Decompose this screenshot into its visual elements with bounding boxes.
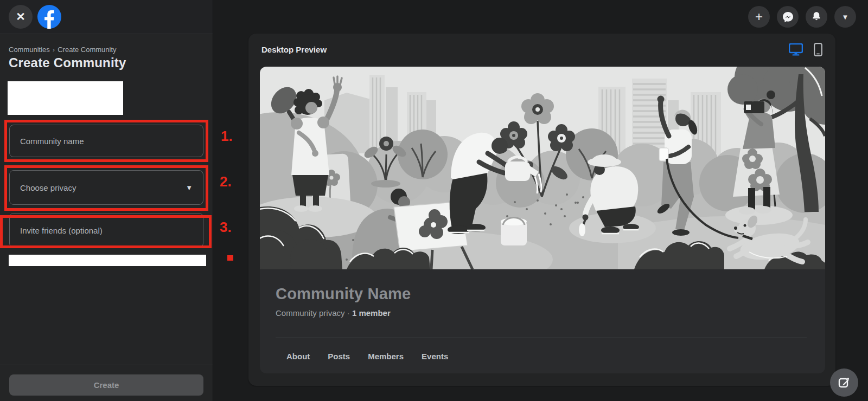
messenger-icon bbox=[782, 11, 794, 23]
sidebar-footer-divider bbox=[0, 365, 213, 365]
notifications-button[interactable] bbox=[806, 6, 827, 28]
privacy-placeholder: Choose privacy bbox=[20, 183, 76, 192]
preview-title: Desktop Preview bbox=[261, 45, 327, 54]
create-menu-button[interactable]: + bbox=[748, 6, 770, 28]
preview-member-count: 1 member bbox=[352, 308, 391, 318]
close-icon: ✕ bbox=[16, 10, 25, 23]
community-name-input[interactable]: Community name bbox=[9, 125, 203, 157]
preview-card-header: Desktop Preview bbox=[248, 34, 835, 66]
breadcrumb-separator: › bbox=[53, 46, 55, 54]
mobile-icon bbox=[814, 43, 822, 56]
annotation-step-2: 2. bbox=[220, 173, 232, 190]
facebook-logo-icon bbox=[37, 5, 61, 29]
compose-icon bbox=[838, 376, 851, 389]
bell-icon bbox=[810, 11, 822, 23]
caret-down-icon: ▼ bbox=[842, 13, 849, 21]
tab-events[interactable]: Events bbox=[422, 352, 448, 361]
preview-privacy-label: Community privacy bbox=[276, 308, 345, 318]
facebook-logo[interactable] bbox=[37, 5, 61, 29]
desktop-toggle[interactable] bbox=[789, 43, 803, 56]
breadcrumb-link-communities[interactable]: Communities bbox=[9, 46, 50, 54]
compose-button[interactable] bbox=[830, 368, 858, 397]
page-title: Create Community bbox=[9, 55, 126, 70]
breadcrumb: Communities›Create Community bbox=[9, 46, 117, 54]
messenger-button[interactable] bbox=[777, 6, 799, 28]
mobile-toggle[interactable] bbox=[814, 43, 822, 56]
plus-icon: + bbox=[755, 9, 763, 24]
annotation-step-3: 3. bbox=[220, 219, 232, 236]
chevron-down-icon: ▼ bbox=[186, 184, 193, 192]
desktop-preview-card: Desktop Preview bbox=[248, 34, 835, 386]
privacy-select[interactable]: Choose privacy ▼ bbox=[9, 170, 203, 205]
tab-members[interactable]: Members bbox=[368, 352, 404, 361]
invite-friends-input[interactable]: Invite friends (optional) bbox=[9, 213, 203, 248]
redacted-profile-block bbox=[8, 81, 123, 115]
meta-separator: · bbox=[347, 308, 350, 318]
community-preview-panel: Community Name Community privacy · 1 mem… bbox=[260, 67, 825, 373]
redacted-bar bbox=[9, 255, 206, 266]
close-button[interactable]: ✕ bbox=[9, 5, 33, 29]
desktop-icon bbox=[789, 43, 803, 56]
device-toggles bbox=[789, 43, 822, 56]
tab-posts[interactable]: Posts bbox=[328, 352, 350, 361]
breadcrumb-current: Create Community bbox=[58, 46, 116, 54]
preview-community-name: Community Name bbox=[276, 285, 807, 303]
community-name-placeholder: Community name bbox=[20, 137, 84, 146]
tab-about[interactable]: About bbox=[286, 352, 310, 361]
community-cover-illustration bbox=[260, 67, 825, 269]
create-community-sidebar: ✕ Communities›Create Community Create Co… bbox=[0, 0, 213, 401]
create-button[interactable]: Create bbox=[9, 374, 203, 396]
preview-divider bbox=[276, 338, 807, 338]
annotation-step-1: 1. bbox=[221, 128, 233, 145]
preview-info: Community Name Community privacy · 1 mem… bbox=[260, 269, 825, 361]
account-menu-button[interactable]: ▼ bbox=[834, 6, 856, 28]
invite-friends-placeholder: Invite friends (optional) bbox=[20, 226, 103, 235]
annotation-dot bbox=[227, 255, 233, 261]
sidebar-header: ✕ bbox=[0, 0, 213, 34]
preview-meta: Community privacy · 1 member bbox=[276, 308, 807, 318]
create-community-page: ✕ Communities›Create Community Create Co… bbox=[0, 0, 868, 401]
preview-tabs: About Posts Members Events bbox=[286, 352, 807, 361]
